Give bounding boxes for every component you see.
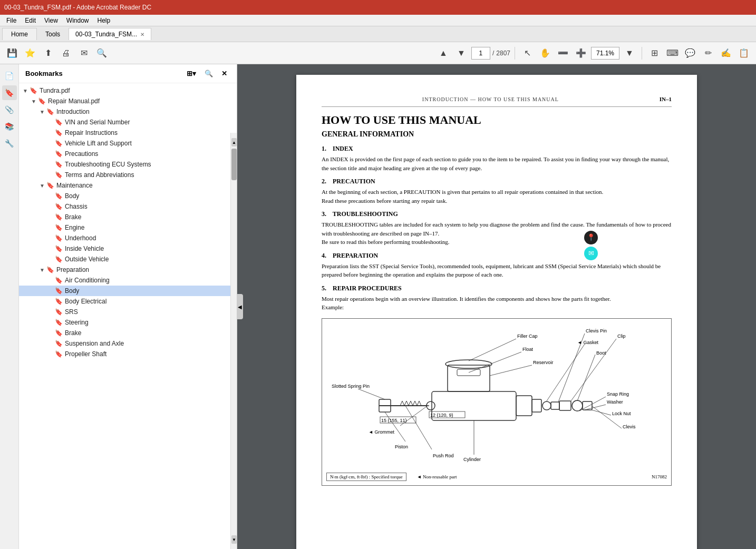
- tree-item-precautions[interactable]: ▶ 🔖 Precautions: [19, 149, 237, 159]
- toggle-tundra[interactable]: ▼: [21, 88, 30, 94]
- bookmarks-tree-scroll[interactable]: ▼ 🔖 Tundra.pdf ▼ 🔖 Repair Manual.pdf ▼ 🔖: [19, 83, 237, 549]
- svg-line-16: [469, 352, 521, 372]
- tree-item-brake-maintenance[interactable]: ▶ 🔖 Brake: [19, 212, 237, 222]
- tab-home[interactable]: Home: [2, 28, 37, 40]
- menu-view[interactable]: View: [40, 16, 62, 25]
- toggle-repair-manual[interactable]: ▼: [30, 99, 38, 104]
- zoom-out-button[interactable]: ➖: [555, 45, 571, 61]
- tab-tools[interactable]: Tools: [37, 28, 69, 40]
- diagram-id: N17082: [652, 474, 667, 479]
- tree-item-propeller[interactable]: ▶ 🔖 Propeller Shaft: [19, 349, 237, 359]
- pdf-subtitle: GENERAL INFORMATION: [322, 130, 672, 139]
- sidebar-icon-bookmarks[interactable]: 🔖: [2, 85, 17, 100]
- tree-item-air-conditioning[interactable]: ▶ 🔖 Air Conditioning: [19, 275, 237, 286]
- label-air-conditioning: Air Conditioning: [65, 277, 110, 284]
- upload-button[interactable]: ⬆: [40, 45, 56, 61]
- tree-item-engine[interactable]: ▶ 🔖 Engine: [19, 222, 237, 233]
- tree-item-chassis[interactable]: ▶ 🔖 Chassis: [19, 201, 237, 212]
- menu-help[interactable]: Help: [93, 16, 115, 25]
- save-button[interactable]: 💾: [4, 45, 20, 61]
- highlight-button[interactable]: ✍: [718, 45, 734, 61]
- scroll-down-button[interactable]: ▼: [231, 535, 237, 544]
- toggle-introduction[interactable]: ▼: [38, 109, 46, 115]
- tree-item-vehicle-lift[interactable]: ▶ 🔖 Vehicle Lift and Support: [19, 138, 237, 149]
- section-4-body: Preparation lists the SST (Special Servi…: [322, 262, 672, 279]
- tree-item-introduction[interactable]: ▼ 🔖 Introduction: [19, 106, 237, 117]
- bookmark-icon-terms: 🔖: [55, 171, 63, 179]
- bookmark-icon-troubleshooting-ecu: 🔖: [55, 161, 63, 168]
- tree-item-underhood[interactable]: ▶ 🔖 Underhood: [19, 233, 237, 243]
- collapse-sidebar-button[interactable]: ◀: [237, 294, 243, 319]
- scroll-up-button[interactable]: ▲: [231, 138, 237, 146]
- print-button[interactable]: 🖨: [58, 45, 74, 61]
- zoom-dropdown-button[interactable]: ▼: [622, 45, 637, 61]
- sidebar-icon-tools[interactable]: 🔧: [2, 136, 17, 151]
- zoom-in-button[interactable]: ➕: [573, 45, 589, 61]
- bookmarks-options-button[interactable]: ⊞▾: [183, 68, 199, 79]
- section-1-number: 1.: [322, 145, 331, 152]
- label-inside-vehicle: Inside Vehicle: [65, 245, 104, 252]
- sign-button[interactable]: 📋: [736, 45, 752, 61]
- bookmarks-close-button[interactable]: ✕: [218, 68, 230, 79]
- menu-window[interactable]: Window: [62, 16, 93, 25]
- sidebar-icon-layers[interactable]: 📚: [2, 119, 17, 134]
- tree-item-repair-manual[interactable]: ▼ 🔖 Repair Manual.pdf: [19, 96, 237, 106]
- tab-document[interactable]: 00-03_Tundra_FSM... ✕: [69, 28, 151, 40]
- tree-item-troubleshooting-ecu[interactable]: ▶ 🔖 Troubleshooting ECU Systems: [19, 159, 237, 170]
- tree-item-preparation[interactable]: ▼ 🔖 Preparation: [19, 264, 237, 275]
- bookmark-icon-brake-prep: 🔖: [55, 329, 63, 337]
- section-3-body: TROUBLESHOOTING tables are included for …: [322, 220, 672, 247]
- tree-item-body-prep[interactable]: ▶ 🔖 Body: [19, 286, 237, 296]
- sidebar-icon-attachments[interactable]: 📎: [2, 102, 17, 117]
- overlay-pin-icon[interactable]: 📍: [584, 231, 598, 244]
- svg-line-17: [490, 365, 532, 376]
- tree-item-repair-instructions[interactable]: ▶ 🔖 Repair Instructions: [19, 128, 237, 138]
- tab-bar: Home Tools 00-03_Tundra_FSM... ✕: [0, 26, 756, 42]
- menu-file[interactable]: File: [2, 16, 21, 25]
- toggle-preparation[interactable]: ▼: [38, 267, 46, 273]
- menu-edit[interactable]: Edit: [21, 16, 40, 25]
- toggle-maintenance[interactable]: ▼: [38, 183, 46, 189]
- tree-item-srs[interactable]: ▶ 🔖 SRS: [19, 307, 237, 317]
- content-area[interactable]: 📍 ✉ INTRODUCTION — HOW TO USE THIS MANUA…: [237, 64, 756, 549]
- tree-item-suspension[interactable]: ▶ 🔖 Suspension and Axle: [19, 338, 237, 349]
- scroll-thumb[interactable]: [231, 149, 237, 180]
- overlay-note-icon[interactable]: ✉: [584, 247, 598, 260]
- page-number-input[interactable]: [471, 47, 490, 60]
- comment-button[interactable]: 💬: [682, 45, 698, 61]
- fit-button[interactable]: ⊞: [646, 45, 662, 61]
- bookmark-button[interactable]: ⭐: [22, 45, 38, 61]
- svg-rect-10: [551, 402, 559, 409]
- label-washer: Washer: [607, 399, 623, 405]
- tree-item-inside-vehicle[interactable]: ▶ 🔖 Inside Vehicle: [19, 243, 237, 254]
- tab-close-button[interactable]: ✕: [140, 32, 144, 37]
- draw-button[interactable]: ✏: [700, 45, 716, 61]
- sidebar-icon-pages[interactable]: 📄: [2, 68, 17, 83]
- tree-item-maintenance[interactable]: ▼ 🔖 Maintenance: [19, 180, 237, 191]
- label-steering: Steering: [65, 319, 89, 326]
- select-tool-button[interactable]: ↖: [519, 45, 535, 61]
- label-lock-nut: Lock Nut: [612, 411, 631, 416]
- bookmarks-search-button[interactable]: 🔍: [201, 68, 216, 79]
- section-2-number: 2.: [322, 178, 331, 185]
- section-4-number: 4.: [322, 252, 331, 259]
- section-5-title: REPAIR PROCEDURES: [333, 285, 402, 292]
- rotate-button[interactable]: ⌨: [664, 45, 680, 61]
- email-button[interactable]: ✉: [76, 45, 92, 61]
- label-slotted-spring-pin: Slotted Spring Pin: [332, 384, 370, 389]
- tree-item-terms[interactable]: ▶ 🔖 Terms and Abbreviations: [19, 170, 237, 180]
- hand-tool-button[interactable]: ✋: [537, 45, 553, 61]
- tree-item-body-electrical[interactable]: ▶ 🔖 Body Electrical: [19, 296, 237, 307]
- search-button[interactable]: 🔍: [94, 45, 110, 61]
- zoom-input[interactable]: [591, 47, 619, 60]
- tree-item-body-maintenance[interactable]: ▶ 🔖 Body: [19, 191, 237, 201]
- tree-item-steering[interactable]: ▶ 🔖 Steering: [19, 317, 237, 328]
- tree-item-vin[interactable]: ▶ 🔖 VIN and Serial Number: [19, 117, 237, 128]
- bookmark-icon-steering: 🔖: [55, 319, 63, 326]
- tree-item-brake-prep[interactable]: ▶ 🔖 Brake: [19, 328, 237, 338]
- tree-item-tundra[interactable]: ▼ 🔖 Tundra.pdf: [19, 85, 237, 96]
- tree-item-outside-vehicle[interactable]: ▶ 🔖 Outside Vehicle: [19, 254, 237, 264]
- svg-line-25: [577, 355, 595, 401]
- prev-page-button[interactable]: ▲: [435, 45, 451, 61]
- next-page-button[interactable]: ▼: [453, 45, 469, 61]
